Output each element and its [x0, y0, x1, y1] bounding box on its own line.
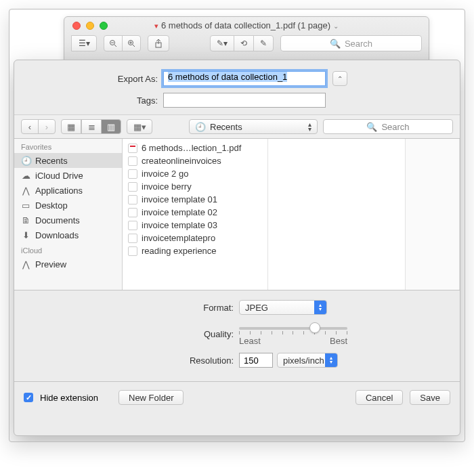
sidebar-header: iCloud: [14, 242, 122, 257]
group-by-button[interactable]: ▦▾: [127, 119, 152, 134]
cloud-icon: ☁: [21, 171, 30, 181]
minimize-window-button[interactable]: [86, 22, 94, 30]
updown-icon: ▴▾: [308, 122, 311, 131]
hide-extension-label: Hide extension: [40, 393, 98, 403]
file-preview-column: [268, 139, 406, 290]
file-icon: [128, 208, 137, 217]
file-row[interactable]: invoicetemplatepro: [123, 232, 267, 244]
traffic-lights: [72, 22, 108, 30]
file-name: invoice template 01: [142, 194, 217, 204]
file-icon: [128, 195, 137, 204]
location-dropdown[interactable]: 🕘 Recents ▴▾: [189, 119, 318, 134]
save-button[interactable]: Save: [410, 390, 450, 405]
zoom-window-button[interactable]: [100, 22, 108, 30]
svg-line-4: [133, 45, 135, 47]
sidebar-item-recents[interactable]: 🕘Recents: [14, 153, 122, 168]
resolution-unit-popup[interactable]: pixels/inch ▴▾: [277, 353, 338, 368]
rotate-button[interactable]: ⟲: [234, 35, 254, 51]
file-column: 6 methods…lection_1.pdfcreateonlineinvoi…: [123, 139, 268, 290]
file-icon: [128, 156, 137, 166]
file-icon: [128, 144, 137, 153]
file-row[interactable]: createonlineinvoices: [123, 154, 267, 167]
export-as-label: Export As:: [14, 74, 163, 84]
file-row[interactable]: invoice 2 go: [123, 167, 267, 180]
new-folder-button[interactable]: New Folder: [118, 390, 184, 405]
sidebar-item-downloads[interactable]: ⬇Downloads: [14, 228, 122, 242]
list-view-button[interactable]: ≣: [81, 119, 102, 134]
file-name: invoice template 02: [142, 207, 217, 217]
file-name: invoice berry: [142, 181, 192, 192]
file-icon: [128, 169, 137, 179]
desktop-icon: ▭: [21, 200, 30, 211]
column-view-button[interactable]: ▥: [101, 119, 121, 134]
file-name: 6 methods…lection_1.pdf: [142, 143, 241, 153]
window-title[interactable]: ▾ 6 methods of data collection_1.pdf (1 …: [64, 17, 429, 30]
file-detail-column: [406, 139, 460, 290]
forward-button[interactable]: ›: [38, 119, 56, 134]
file-row[interactable]: invoice template 03: [123, 219, 267, 232]
sidebar-item-label: Preview: [35, 259, 66, 269]
edit-button[interactable]: ✎: [253, 35, 274, 51]
sidebar-item-applications[interactable]: ⋀Applications: [14, 183, 122, 198]
icon-view-button[interactable]: ▦: [61, 119, 81, 134]
markup-button[interactable]: ✎▾: [210, 35, 234, 51]
svg-line-1: [114, 45, 116, 47]
file-row[interactable]: 6 methods…lection_1.pdf: [123, 142, 267, 154]
export-sheet: Export As: 6 methods of data collection_…: [14, 60, 460, 436]
sidebar-item-icloud-drive[interactable]: ☁iCloud Drive: [14, 168, 122, 183]
close-window-button[interactable]: [72, 22, 81, 30]
file-name: reading experience: [142, 246, 217, 256]
app-icon: ⋀: [21, 259, 30, 269]
tags-label: Tags:: [14, 95, 163, 106]
file-name: invoice template 03: [142, 220, 217, 230]
format-label: Format:: [14, 303, 239, 313]
hide-extension-checkbox[interactable]: ✓: [24, 393, 33, 402]
search-field[interactable]: 🔍 Search: [280, 35, 422, 51]
file-icon: [128, 182, 137, 192]
sidebar: Favorites🕘Recents☁iCloud Drive⋀Applicati…: [14, 139, 123, 290]
sidebar-item-label: Recents: [35, 156, 68, 166]
app-icon: ⋀: [21, 186, 30, 196]
sidebar-item-label: Documents: [35, 215, 80, 225]
collapse-button[interactable]: ⌃: [332, 71, 347, 86]
sidebar-item-label: Applications: [35, 186, 83, 196]
zoom-in-button[interactable]: [122, 35, 141, 51]
sidebar-item-documents[interactable]: 🗎Documents: [14, 213, 122, 228]
search-icon: 🔍: [330, 39, 341, 49]
zoom-out-button[interactable]: [104, 35, 123, 51]
cancel-button[interactable]: Cancel: [356, 390, 403, 405]
sidebar-toggle-button[interactable]: ☰▾: [71, 35, 97, 51]
sidebar-item-desktop[interactable]: ▭Desktop: [14, 198, 122, 213]
updown-icon: ▴▾: [314, 301, 326, 314]
tags-input[interactable]: [163, 93, 326, 108]
clock-icon: 🕘: [195, 122, 206, 132]
updown-icon: ▴▾: [325, 353, 337, 367]
browser-search-field[interactable]: 🔍 Search: [323, 119, 453, 134]
sidebar-item-label: iCloud Drive: [35, 171, 83, 181]
file-row[interactable]: invoice template 01: [123, 193, 267, 206]
resolution-label: Resolution:: [14, 355, 239, 366]
quality-slider[interactable]: Least Best: [239, 322, 347, 346]
resolution-input[interactable]: [239, 353, 273, 368]
sidebar-item-label: Downloads: [35, 230, 79, 240]
file-row[interactable]: invoice template 02: [123, 206, 267, 219]
search-icon: 🔍: [366, 122, 377, 132]
chevron-down-icon: ⌄: [333, 22, 339, 30]
clock-icon: 🕘: [21, 156, 30, 166]
download-icon: ⬇: [21, 230, 30, 240]
file-name: createonlineinvoices: [142, 156, 221, 166]
back-button[interactable]: ‹: [21, 119, 39, 134]
sidebar-header: Favorites: [14, 139, 122, 153]
file-icon: [128, 246, 137, 256]
sidebar-item-preview[interactable]: ⋀Preview: [14, 257, 122, 272]
file-icon: [128, 221, 137, 230]
filename-input[interactable]: 6 methods of data collection_1: [163, 71, 326, 86]
share-button[interactable]: [148, 35, 169, 51]
file-row[interactable]: invoice berry: [123, 180, 267, 193]
file-name: invoicetemplatepro: [142, 233, 215, 243]
file-row[interactable]: reading experience: [123, 244, 267, 257]
file-icon: [128, 234, 137, 243]
format-popup[interactable]: JPEG ▴▾: [239, 300, 327, 315]
quality-label: Quality:: [14, 329, 239, 339]
doc-icon: 🗎: [21, 215, 30, 225]
